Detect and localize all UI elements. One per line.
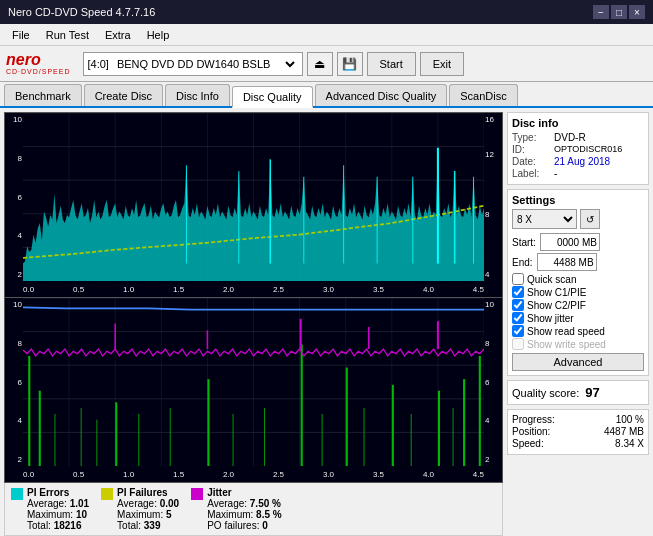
show-c1-row: Show C1/PIE: [512, 286, 644, 298]
right-panel: Disc info Type: DVD-R ID: OPTODISCR016 D…: [503, 108, 653, 536]
save-button[interactable]: 💾: [337, 52, 363, 76]
end-mb-input[interactable]: [537, 253, 597, 271]
menu-runtest[interactable]: Run Test: [38, 27, 97, 43]
eject-button[interactable]: ⏏: [307, 52, 333, 76]
svg-rect-42: [39, 391, 41, 466]
pi-failures-avg: Average: 0.00: [117, 498, 179, 509]
legend-pi-errors: PI Errors Average: 1.01 Maximum: 10 Tota…: [11, 487, 89, 531]
show-c1-checkbox[interactable]: [512, 286, 524, 298]
svg-rect-55: [170, 408, 171, 466]
progress-section: Progress: 100 % Position: 4487 MB Speed:…: [507, 409, 649, 455]
show-jitter-row: Show jitter: [512, 312, 644, 324]
menu-help[interactable]: Help: [139, 27, 178, 43]
svg-rect-49: [463, 379, 465, 466]
disc-label-row: Label: -: [512, 168, 644, 179]
svg-rect-53: [96, 420, 97, 466]
disc-info-title: Disc info: [512, 117, 644, 129]
svg-rect-44: [207, 379, 209, 466]
menu-extra[interactable]: Extra: [97, 27, 139, 43]
pi-errors-label: PI Errors: [27, 487, 89, 498]
legend-jitter: Jitter Average: 7.50 % Maximum: 8.5 % PO…: [191, 487, 281, 531]
pi-errors-avg: Average: 1.01: [27, 498, 89, 509]
svg-rect-48: [438, 391, 440, 466]
jitter-avg: Average: 7.50 %: [207, 498, 281, 509]
svg-rect-58: [322, 414, 323, 466]
logo-nero: nero: [6, 51, 71, 69]
show-jitter-checkbox[interactable]: [512, 312, 524, 324]
svg-rect-54: [138, 414, 139, 466]
drive-dropdown[interactable]: BENQ DVD DD DW1640 BSLB: [113, 57, 298, 71]
pi-failures-color: [101, 488, 113, 500]
svg-rect-43: [115, 402, 117, 466]
tab-create-disc[interactable]: Create Disc: [84, 84, 163, 106]
svg-rect-50: [479, 356, 481, 466]
bottom-chart-svg: [23, 298, 484, 466]
svg-rect-56: [233, 414, 234, 466]
menu-file[interactable]: File: [4, 27, 38, 43]
tab-disc-quality[interactable]: Disc Quality: [232, 86, 313, 108]
bottom-chart-y-right: 10 8 6 4 2: [484, 298, 502, 466]
svg-rect-46: [346, 368, 348, 466]
top-chart-svg: [23, 113, 484, 281]
jitter-po: PO failures: 0: [207, 520, 281, 531]
svg-rect-52: [81, 408, 82, 466]
top-chart: 10 8 6 4 2 16 12 8 4: [4, 112, 503, 298]
titlebar: Nero CD-DVD Speed 4.7.7.16 − □ ×: [0, 0, 653, 24]
logo-subtitle: CD·DVD/SPEED: [6, 68, 71, 76]
pi-failures-label: PI Failures: [117, 487, 179, 498]
window-controls: − □ ×: [593, 5, 645, 19]
jitter-label: Jitter: [207, 487, 281, 498]
main-content: 10 8 6 4 2 16 12 8 4: [0, 108, 653, 536]
tab-advanced-disc-quality[interactable]: Advanced Disc Quality: [315, 84, 448, 106]
settings-title: Settings: [512, 194, 644, 206]
bottom-chart-x-axis: 0.0 0.5 1.0 1.5 2.0 2.5 3.0 3.5 4.0 4.5: [23, 466, 484, 482]
progress-row: Progress: 100 %: [512, 414, 644, 425]
svg-rect-60: [411, 414, 412, 466]
menubar: File Run Test Extra Help: [0, 24, 653, 46]
quick-scan-checkbox[interactable]: [512, 273, 524, 285]
toolbar: nero CD·DVD/SPEED [4:0] BENQ DVD DD DW16…: [0, 46, 653, 82]
tab-benchmark[interactable]: Benchmark: [4, 84, 82, 106]
disc-type-row: Type: DVD-R: [512, 132, 644, 143]
tab-bar: Benchmark Create Disc Disc Info Disc Qua…: [0, 82, 653, 108]
svg-rect-61: [453, 408, 454, 466]
disc-id-row: ID: OPTODISCR016: [512, 144, 644, 155]
quality-score-value: 97: [585, 385, 599, 400]
speed-row-progress: Speed: 8.34 X: [512, 438, 644, 449]
disc-date-row: Date: 21 Aug 2018: [512, 156, 644, 167]
speed-dropdown[interactable]: 8 X 1 X 2 X 4 X 6 X 12 X 16 X: [512, 209, 577, 229]
pi-failures-max: Maximum: 5: [117, 509, 179, 520]
maximize-button[interactable]: □: [611, 5, 627, 19]
disc-info-section: Disc info Type: DVD-R ID: OPTODISCR016 D…: [507, 112, 649, 185]
drive-selector[interactable]: [4:0] BENQ DVD DD DW1640 BSLB: [83, 52, 303, 76]
quality-score-section: Quality score: 97: [507, 380, 649, 405]
show-c2-checkbox[interactable]: [512, 299, 524, 311]
svg-rect-41: [28, 356, 30, 466]
drive-label: [4:0]: [88, 58, 109, 70]
start-button[interactable]: Start: [367, 52, 416, 76]
tab-scandisc[interactable]: ScanDisc: [449, 84, 517, 106]
pi-errors-max: Maximum: 10: [27, 509, 89, 520]
show-c2-row: Show C2/PIF: [512, 299, 644, 311]
minimize-button[interactable]: −: [593, 5, 609, 19]
show-read-speed-checkbox[interactable]: [512, 325, 524, 337]
svg-rect-57: [264, 408, 265, 466]
charts-section: 10 8 6 4 2 16 12 8 4: [4, 112, 503, 536]
legend-pi-failures: PI Failures Average: 0.00 Maximum: 5 Tot…: [101, 487, 179, 531]
start-mb-input[interactable]: [540, 233, 600, 251]
top-chart-y-left: 10 8 6 4 2: [5, 113, 23, 281]
speed-refresh-button[interactable]: ↺: [580, 209, 600, 229]
quality-score-label: Quality score:: [512, 387, 579, 399]
advanced-button[interactable]: Advanced: [512, 353, 644, 371]
show-write-speed-checkbox: [512, 338, 524, 350]
tab-disc-info[interactable]: Disc Info: [165, 84, 230, 106]
end-mb-row: End:: [512, 253, 644, 271]
exit-button[interactable]: Exit: [420, 52, 464, 76]
speed-row: 8 X 1 X 2 X 4 X 6 X 12 X 16 X ↺: [512, 209, 644, 229]
jitter-color: [191, 488, 203, 500]
pi-errors-color: [11, 488, 23, 500]
svg-rect-47: [392, 385, 394, 466]
bottom-chart-y-left: 10 8 6 4 2: [5, 298, 23, 466]
show-read-speed-row: Show read speed: [512, 325, 644, 337]
close-button[interactable]: ×: [629, 5, 645, 19]
